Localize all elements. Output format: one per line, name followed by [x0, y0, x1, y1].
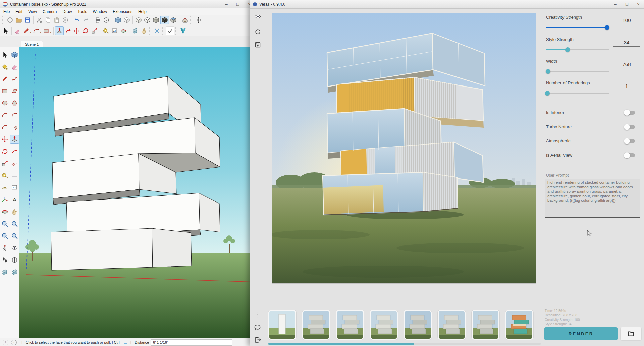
3d-text-icon[interactable]: [10, 195, 19, 204]
match-photo-icon[interactable]: [153, 26, 161, 35]
undo-icon[interactable]: [73, 16, 82, 24]
select-icon[interactable]: [0, 50, 9, 59]
eraser-icon[interactable]: [10, 62, 19, 71]
sketchup-viewport[interactable]: [19, 47, 255, 338]
is-aerial-view-toggle[interactable]: [625, 153, 635, 157]
maximize-button[interactable]: □: [232, 0, 244, 8]
slider-thumb[interactable]: [605, 25, 609, 30]
style-xray-icon[interactable]: [114, 16, 122, 24]
rotated-rectangle-icon[interactable]: [10, 86, 19, 96]
section-icon[interactable]: [131, 26, 140, 35]
scale-icon[interactable]: [90, 26, 99, 35]
open-icon[interactable]: [14, 16, 23, 24]
render-thumbnail[interactable]: [404, 310, 432, 340]
section-display-icon[interactable]: [10, 268, 19, 277]
rectangle-dropdown-icon[interactable]: ▾: [50, 31, 51, 34]
offset-icon[interactable]: [10, 159, 19, 168]
menu-tools[interactable]: Tools: [78, 9, 87, 14]
render-thumbnail[interactable]: [336, 310, 364, 340]
snap-axes-icon[interactable]: [253, 310, 262, 319]
help-icon[interactable]: i: [11, 340, 17, 345]
style-strength-slider[interactable]: [546, 49, 609, 50]
save-icon[interactable]: [253, 40, 262, 49]
follow-me-icon[interactable]: [10, 147, 19, 156]
select-icon[interactable]: [1, 26, 10, 35]
toolbar-grip[interactable]: [2, 16, 4, 24]
geolocation-icon[interactable]: !: [3, 340, 8, 345]
render-thumbnail[interactable]: [268, 310, 296, 340]
target-icon[interactable]: [10, 255, 19, 265]
toolbar-grip[interactable]: [162, 27, 164, 35]
text-icon[interactable]: [10, 183, 19, 192]
three-point-arc-icon[interactable]: [0, 123, 9, 132]
freehand-icon[interactable]: [10, 74, 19, 83]
style-shaded-icon[interactable]: [152, 16, 160, 24]
previous-zoom-icon[interactable]: [10, 231, 19, 240]
model-info-icon[interactable]: [102, 16, 111, 24]
creativity-strength-slider[interactable]: [546, 27, 609, 28]
line-icon[interactable]: [22, 26, 31, 35]
push-pull-icon[interactable]: [10, 135, 19, 144]
toolbar-grip[interactable]: [190, 16, 193, 24]
move-icon[interactable]: [0, 135, 9, 144]
rotate-icon[interactable]: [0, 147, 9, 156]
orbit-icon[interactable]: [119, 26, 128, 35]
make-component-icon[interactable]: [10, 50, 19, 59]
slider-thumb[interactable]: [565, 47, 570, 52]
pan-icon[interactable]: [10, 207, 19, 216]
slider-thumb[interactable]: [546, 69, 550, 74]
menu-view[interactable]: View: [28, 9, 37, 14]
rotate-icon[interactable]: [81, 26, 90, 35]
menu-window[interactable]: Window: [93, 9, 107, 14]
slider-thumb[interactable]: [545, 91, 550, 96]
zoom-icon[interactable]: [0, 219, 9, 228]
num-renderings-value[interactable]: 1: [613, 83, 640, 90]
style-wireframe-icon[interactable]: [122, 16, 131, 24]
style-hidden-line-icon[interactable]: [143, 16, 152, 24]
render-thumbnail[interactable]: [505, 310, 533, 340]
preview-eye-icon[interactable]: [253, 12, 262, 21]
creativity-strength-value[interactable]: 100: [613, 17, 640, 24]
line-dropdown-icon[interactable]: ▾: [30, 31, 31, 34]
style-monochrome-icon[interactable]: [169, 16, 178, 24]
width-slider[interactable]: [546, 71, 609, 72]
look-around-icon[interactable]: [10, 243, 19, 252]
menu-draw[interactable]: Draw: [63, 9, 72, 14]
validate-check-icon[interactable]: [166, 26, 174, 35]
default-views-house-icon[interactable]: [181, 16, 190, 24]
delete-icon[interactable]: [61, 16, 70, 24]
circle-icon[interactable]: [0, 99, 9, 108]
is-interior-toggle[interactable]: [625, 111, 635, 115]
render-thumbnail[interactable]: [472, 310, 499, 340]
style-shaded-textures-icon[interactable]: [160, 16, 169, 24]
polygon-icon[interactable]: [10, 99, 19, 108]
dimensions-icon[interactable]: [10, 171, 19, 180]
tape-measure-icon[interactable]: [0, 171, 9, 180]
num-renderings-slider[interactable]: [546, 93, 609, 94]
axes-compass-icon[interactable]: [194, 16, 203, 24]
redo-icon[interactable]: [82, 16, 90, 24]
push-pull-icon[interactable]: [55, 26, 64, 35]
open-output-folder-button[interactable]: [621, 327, 641, 340]
axes-icon[interactable]: [0, 195, 9, 204]
minimize-button[interactable]: –: [221, 0, 232, 8]
section-plane-icon[interactable]: [0, 268, 9, 277]
two-point-arc-icon[interactable]: [0, 111, 9, 120]
menu-extensions[interactable]: Extensions: [113, 9, 132, 14]
print-icon[interactable]: [93, 16, 102, 24]
line-icon[interactable]: [0, 74, 9, 83]
tape-measure-icon[interactable]: [102, 26, 110, 35]
scale-icon[interactable]: [0, 159, 9, 168]
menu-camera[interactable]: Camera: [43, 9, 57, 14]
thumbnail-scrollbar[interactable]: [268, 343, 541, 345]
arc-icon[interactable]: [32, 26, 41, 35]
zoom-window-icon[interactable]: [10, 219, 19, 228]
menu-help[interactable]: Help: [138, 9, 147, 14]
eraser-icon[interactable]: [13, 26, 22, 35]
scene-tab[interactable]: Scene 1: [21, 41, 43, 47]
turbo-nature-toggle[interactable]: [625, 125, 635, 129]
move-icon[interactable]: [72, 26, 81, 35]
pie-icon[interactable]: [10, 123, 19, 132]
arc-dropdown-icon[interactable]: ▾: [40, 31, 41, 34]
render-thumbnail[interactable]: [370, 310, 398, 340]
